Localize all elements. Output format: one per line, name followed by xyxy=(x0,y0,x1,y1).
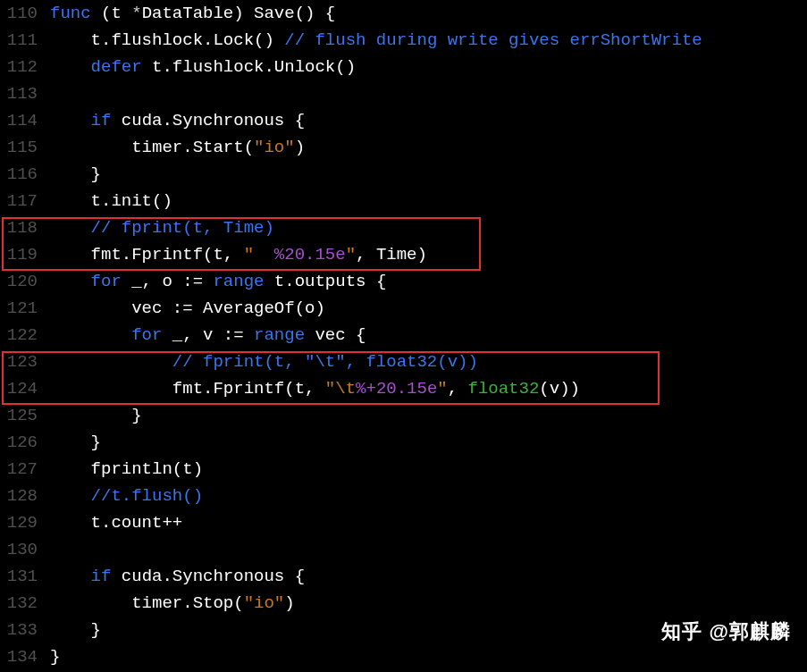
code-content[interactable]: // fprint(t, Time) xyxy=(50,214,807,241)
token-str: "io" xyxy=(254,138,295,157)
token-fn xyxy=(50,57,91,77)
code-content[interactable]: defer t.flushlock.Unlock() xyxy=(50,54,807,80)
line-number: 127 xyxy=(0,456,50,483)
line-number: 123 xyxy=(0,349,50,375)
line-number: 110 xyxy=(0,0,50,27)
token-fn: cuda.Synchronous { xyxy=(122,567,305,586)
line-number: 125 xyxy=(0,402,50,429)
code-line[interactable]: 117 t.init() xyxy=(0,188,807,214)
code-content[interactable]: fmt.Fprintf(t, "\t%+20.15e", float32(v)) xyxy=(50,375,807,402)
watermark: 知乎 @郭麒麟 xyxy=(661,618,791,645)
line-number: 119 xyxy=(0,241,50,268)
code-content[interactable]: func (t *DataTable) Save() { xyxy=(50,0,807,27)
code-content[interactable]: t.count++ xyxy=(50,509,807,536)
code-content[interactable]: } xyxy=(50,161,807,188)
code-line[interactable]: 110func (t *DataTable) Save() { xyxy=(0,0,807,27)
token-comment: //t.flush() xyxy=(91,486,203,506)
code-content[interactable]: fmt.Fprintf(t, " %20.15e", Time) xyxy=(50,241,807,268)
watermark-author: @郭麒麟 xyxy=(710,618,791,645)
token-fn: timer.Start( xyxy=(50,138,254,157)
token-fn xyxy=(50,218,91,238)
code-line[interactable]: 111 t.flushlock.Lock() // flush during w… xyxy=(0,27,807,54)
code-content[interactable]: for _, o := range t.outputs { xyxy=(50,268,807,295)
code-line[interactable]: 115 timer.Start("io") xyxy=(0,134,807,161)
token-star: * xyxy=(131,4,141,23)
code-content[interactable]: timer.Stop("io") xyxy=(50,590,807,617)
code-content[interactable]: timer.Start("io") xyxy=(50,134,807,161)
token-kw: for xyxy=(91,272,132,291)
token-fn: (t xyxy=(101,4,131,23)
code-line[interactable]: 120 for _, o := range t.outputs { xyxy=(0,268,807,295)
zhihu-logo-icon: 知乎 xyxy=(661,618,702,645)
token-kw: defer xyxy=(91,57,152,77)
line-number: 120 xyxy=(0,268,50,295)
code-line[interactable]: 126 } xyxy=(0,429,807,456)
line-number: 128 xyxy=(0,483,50,509)
token-fn: t.flushlock.Lock() xyxy=(50,30,284,50)
code-content[interactable]: for _, v := range vec { xyxy=(50,322,807,349)
token-kw: for xyxy=(131,325,172,345)
code-content[interactable]: t.init() xyxy=(50,188,807,214)
code-content[interactable]: if cuda.Synchronous { xyxy=(50,107,807,134)
line-number: 111 xyxy=(0,27,50,54)
line-number: 131 xyxy=(0,563,50,590)
code-editor[interactable]: 110func (t *DataTable) Save() {111 t.flu… xyxy=(0,0,807,670)
line-number: 133 xyxy=(0,617,50,643)
line-number: 126 xyxy=(0,429,50,456)
code-line[interactable]: 129 t.count++ xyxy=(0,509,807,536)
code-line[interactable]: 131 if cuda.Synchronous { xyxy=(0,563,807,590)
code-content[interactable]: // fprint(t, "\t", float32(v)) xyxy=(50,349,807,375)
code-content[interactable]: if cuda.Synchronous { xyxy=(50,563,807,590)
code-content[interactable]: fprintln(t) xyxy=(50,456,807,483)
code-line[interactable]: 113 xyxy=(0,80,807,107)
line-number: 121 xyxy=(0,295,50,322)
code-line[interactable]: 123 // fprint(t, "\t", float32(v)) xyxy=(0,349,807,375)
line-number: 116 xyxy=(0,161,50,188)
token-fn: fmt.Fprintf(t, xyxy=(50,379,325,399)
line-number: 122 xyxy=(0,322,50,349)
code-content[interactable]: t.flushlock.Lock() // flush during write… xyxy=(50,27,807,54)
code-line[interactable]: 130 xyxy=(0,536,807,563)
code-content[interactable]: //t.flush() xyxy=(50,483,807,509)
code-line[interactable]: 116 } xyxy=(0,161,807,188)
line-number: 132 xyxy=(0,590,50,617)
token-fn: timer.Stop( xyxy=(50,593,244,613)
token-fn: _, v := xyxy=(172,325,254,345)
code-line[interactable]: 119 fmt.Fprintf(t, " %20.15e", Time) xyxy=(0,241,807,268)
code-content[interactable]: vec := AverageOf(o) xyxy=(50,295,807,322)
code-line[interactable]: 132 timer.Stop("io") xyxy=(0,590,807,617)
code-line[interactable]: 127 fprintln(t) xyxy=(0,456,807,483)
token-fn: t.init() xyxy=(50,191,172,211)
code-line[interactable]: 124 fmt.Fprintf(t, "\t%+20.15e", float32… xyxy=(0,375,807,402)
code-line[interactable]: 128 //t.flush() xyxy=(0,483,807,509)
code-line[interactable]: 121 vec := AverageOf(o) xyxy=(0,295,807,322)
line-number: 129 xyxy=(0,509,50,536)
code-line[interactable]: 122 for _, v := range vec { xyxy=(0,322,807,349)
token-kw: range xyxy=(213,272,273,291)
code-line[interactable]: 112 defer t.flushlock.Unlock() xyxy=(0,54,807,80)
line-number: 118 xyxy=(0,214,50,241)
token-fn xyxy=(50,486,91,506)
token-fn: } xyxy=(50,433,101,452)
token-fn: } xyxy=(50,164,101,184)
code-line[interactable]: 134} xyxy=(0,643,807,670)
token-fn: ) xyxy=(284,593,294,613)
token-fn xyxy=(50,111,91,130)
token-fn: DataTable) Save() { xyxy=(142,4,336,23)
line-number: 134 xyxy=(0,643,50,670)
code-content[interactable]: } xyxy=(50,643,807,670)
code-content[interactable]: } xyxy=(50,402,807,429)
code-line[interactable]: 118 // fprint(t, Time) xyxy=(0,214,807,241)
line-number: 124 xyxy=(0,375,50,402)
token-comment: // flush during write gives errShortWrit… xyxy=(284,30,702,50)
token-kw: if xyxy=(91,111,122,130)
token-fmt: %+20.15e xyxy=(356,379,437,399)
line-number: 113 xyxy=(0,80,50,107)
token-str: " xyxy=(346,245,356,265)
line-number: 115 xyxy=(0,134,50,161)
code-content[interactable]: } xyxy=(50,429,807,456)
token-type: float32 xyxy=(468,379,540,399)
code-line[interactable]: 114 if cuda.Synchronous { xyxy=(0,107,807,134)
code-line[interactable]: 125 } xyxy=(0,402,807,429)
token-fn: , xyxy=(448,379,468,399)
